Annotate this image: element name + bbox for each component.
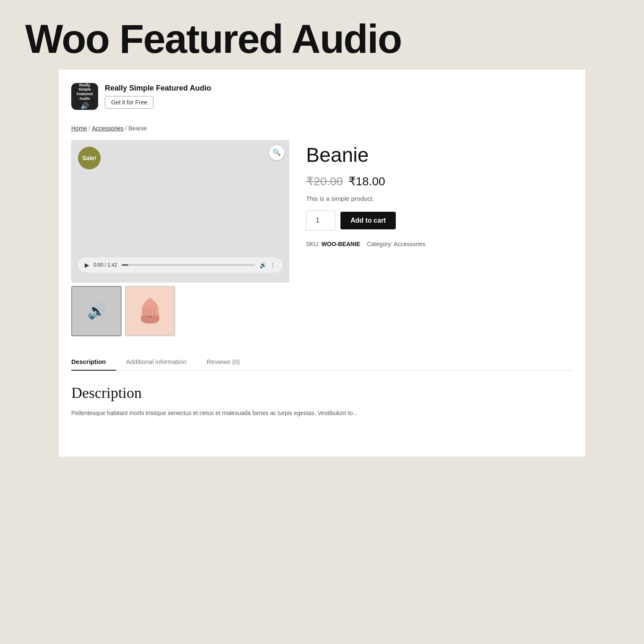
beanie-svg xyxy=(138,296,163,326)
sale-badge: Sale! xyxy=(78,147,101,169)
zoom-button[interactable]: 🔍 xyxy=(269,145,284,160)
original-price: ₹20.00 xyxy=(306,175,343,188)
tabs-list: Description Additional information Revie… xyxy=(71,353,573,370)
quantity-cart: Add to cart xyxy=(306,210,573,231)
plugin-banner: ReallySimpleFeaturedAudio 🔊 Really Simpl… xyxy=(71,78,573,120)
sku-label: SKU: WOO-BEANIE xyxy=(306,241,360,247)
breadcrumb-category[interactable]: Accessories xyxy=(92,125,123,132)
breadcrumb-home[interactable]: Home xyxy=(71,125,87,132)
svg-rect-3 xyxy=(143,308,145,316)
plugin-icon-text: ReallySimpleFeaturedAudio xyxy=(77,83,93,101)
svg-rect-5 xyxy=(150,308,152,316)
thumbnail-beanie-img xyxy=(126,287,174,335)
product-images: Sale! 🔍 ▶ 0:00 / 1:42 🔊 ⋮ xyxy=(71,140,289,336)
thumbnail-audio-bg: 🔊 xyxy=(72,287,121,335)
svg-rect-6 xyxy=(153,308,155,316)
breadcrumb-separator-2: / xyxy=(125,125,127,132)
tab-content-description: Description Pellentesque habitant morbi … xyxy=(71,371,573,432)
category-value: Accessories xyxy=(394,241,425,247)
description-heading: Description xyxy=(71,384,573,402)
description-text: Pellentesque habitant morbi tristique se… xyxy=(71,408,573,418)
get-free-button[interactable]: Get it for Free xyxy=(105,96,153,109)
page-wrapper: ReallySimpleFeaturedAudio 🔊 Really Simpl… xyxy=(59,70,585,457)
thumbnail-speaker-icon: 🔊 xyxy=(87,302,106,320)
product-title: Beanie xyxy=(306,144,573,166)
breadcrumb: Home / Accessories / Beanie xyxy=(71,120,573,140)
progress-bar[interactable] xyxy=(122,264,255,266)
audio-player-container: ▶ 0:00 / 1:42 🔊 ⋮ xyxy=(78,257,283,273)
breadcrumb-current: Beanie xyxy=(129,125,147,132)
main-image-container: Sale! 🔍 ▶ 0:00 / 1:42 🔊 ⋮ xyxy=(71,140,289,283)
time-display: 0:00 / 1:42 xyxy=(93,262,117,268)
svg-rect-8 xyxy=(148,316,152,317)
hero-title: Woo Featured Audio xyxy=(0,0,644,70)
price-section: ₹20.00 ₹18.00 xyxy=(306,174,573,188)
product-layout: Sale! 🔍 ▶ 0:00 / 1:42 🔊 ⋮ xyxy=(71,140,573,336)
breadcrumb-separator-1: / xyxy=(88,125,90,132)
thumbnail-beanie[interactable] xyxy=(125,286,175,336)
volume-button[interactable]: 🔊 xyxy=(260,262,267,268)
tab-additional-information[interactable]: Additional information xyxy=(126,353,197,370)
zoom-icon: 🔍 xyxy=(273,148,281,156)
svg-point-7 xyxy=(148,298,153,303)
svg-rect-4 xyxy=(147,308,148,316)
add-to-cart-button[interactable]: Add to cart xyxy=(340,212,396,229)
progress-fill xyxy=(122,264,128,266)
audio-controls: 🔊 ⋮ xyxy=(260,262,276,268)
audio-player: ▶ 0:00 / 1:42 🔊 ⋮ xyxy=(78,257,283,273)
thumbnail-audio[interactable]: 🔊 xyxy=(71,286,122,336)
product-description: This is a simple product. xyxy=(306,195,573,202)
category-label: Category: Accessories xyxy=(367,241,425,247)
product-meta: SKU: WOO-BEANIE Category: Accessories xyxy=(306,241,573,247)
thumbnail-row: 🔊 xyxy=(71,286,289,336)
tab-description[interactable]: Description xyxy=(71,353,116,370)
plugin-icon: ReallySimpleFeaturedAudio 🔊 xyxy=(71,83,98,110)
speaker-icon: 🔊 xyxy=(80,102,89,110)
plugin-name: Really Simple Featured Audio xyxy=(105,84,211,93)
quantity-input[interactable] xyxy=(306,210,335,231)
tabs-section: Description Additional information Revie… xyxy=(71,353,573,371)
sale-price: ₹18.00 xyxy=(348,175,385,188)
more-button[interactable]: ⋮ xyxy=(270,262,276,268)
plugin-info: Really Simple Featured Audio Get it for … xyxy=(105,84,211,109)
tab-reviews[interactable]: Reviews (0) xyxy=(207,353,250,370)
product-info: Beanie ₹20.00 ₹18.00 This is a simple pr… xyxy=(306,140,573,248)
sku-value: WOO-BEANIE xyxy=(322,241,361,247)
play-button[interactable]: ▶ xyxy=(85,262,89,268)
